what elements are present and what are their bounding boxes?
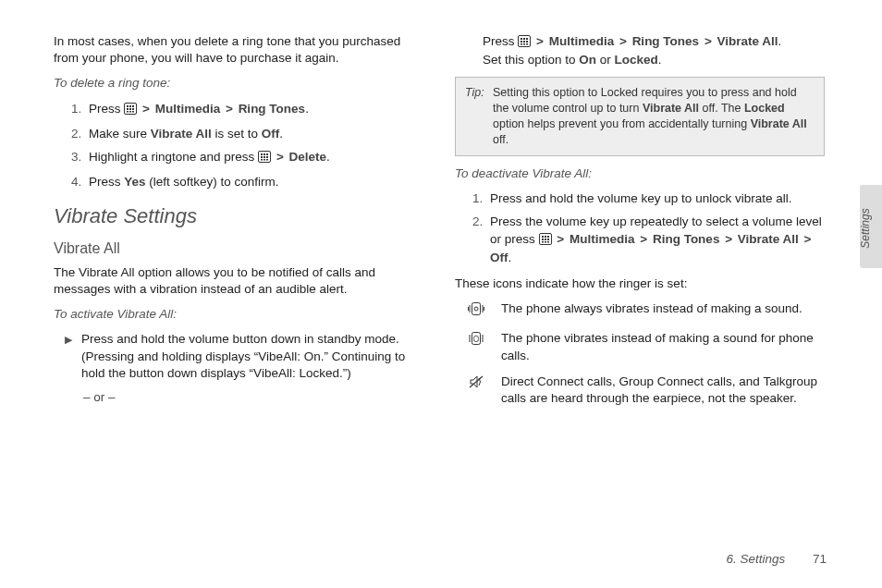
chevron-icon: >	[275, 150, 286, 164]
svg-rect-18	[263, 159, 265, 161]
text: Press	[89, 175, 124, 189]
press-path-line: Press > Multimedia > Ring Tones > Vibrat…	[483, 33, 825, 68]
text: off.	[493, 133, 508, 146]
bold-text: Ring Tones	[653, 232, 720, 246]
svg-rect-39	[547, 241, 549, 243]
text: .	[508, 251, 512, 264]
activate-label: To activate Vibrate All:	[54, 306, 423, 323]
icon-row-2: The phone vibrates instead of making a s…	[468, 330, 825, 363]
tip-text: Setting this option to Locked requires y…	[493, 85, 815, 148]
chevron-icon: >	[141, 102, 152, 116]
bold-text: Ring Tones	[239, 102, 306, 116]
delete-ringtone-label: To delete a ring tone:	[54, 75, 423, 92]
intro-paragraph: In most cases, when you delete a ring to…	[54, 33, 423, 67]
left-column: In most cases, when you delete a ring to…	[54, 33, 423, 416]
icon-table: The phone always vibrates instead of mak…	[468, 300, 825, 407]
svg-rect-15	[263, 156, 265, 158]
bold-text: Vibrate All	[738, 232, 799, 246]
bullet-item: ▶ Press and hold the volume button down …	[65, 331, 423, 382]
svg-rect-29	[526, 43, 528, 45]
bold-text: Ring Tones	[632, 34, 700, 48]
svg-rect-12	[263, 153, 265, 155]
svg-rect-5	[129, 108, 131, 110]
icon-desc-2: The phone vibrates instead of making a s…	[501, 330, 825, 363]
text: Set this option to	[483, 53, 579, 67]
chevron-icon: >	[618, 34, 629, 48]
delete-steps-list: Press > Multimedia > Ring Tones. Make su…	[85, 101, 423, 191]
bold-text: Vibrate All	[717, 34, 778, 48]
svg-rect-7	[127, 111, 129, 113]
chevron-icon: >	[802, 232, 814, 246]
svg-rect-6	[132, 108, 134, 110]
heading-vibrate-settings: Vibrate Settings	[54, 202, 423, 230]
svg-rect-23	[526, 38, 528, 40]
subheading-vibrate-all: Vibrate All	[54, 239, 423, 259]
two-column-layout: In most cases, when you delete a ring to…	[54, 33, 836, 416]
step-4: Press Yes (left softkey) to confirm.	[85, 174, 423, 190]
bold-text: Multimedia	[155, 102, 221, 116]
vibrate-always-icon	[468, 300, 501, 321]
text: Press	[483, 34, 518, 48]
vibrate-all-paragraph: The Vibrate All option allows you to be …	[54, 264, 423, 298]
chevron-icon: >	[703, 34, 714, 48]
svg-rect-19	[266, 159, 268, 161]
svg-rect-31	[542, 236, 544, 238]
bold-text: Off	[490, 251, 508, 264]
text: Make sure	[89, 127, 151, 141]
deactivate-steps-list: Press and hold the volume key up to unlo…	[486, 190, 825, 266]
svg-rect-33	[547, 236, 549, 238]
triangle-bullet-icon: ▶	[65, 331, 81, 382]
icon-desc-1: The phone always vibrates instead of mak…	[501, 300, 825, 321]
bold-text: Vibrate All	[151, 127, 212, 141]
page-number: 71	[813, 552, 827, 566]
bold-text: Delete	[289, 150, 327, 164]
icons-intro: These icons indicate how the ringer is s…	[455, 276, 825, 292]
bold-text: Locked	[615, 53, 658, 67]
svg-rect-16	[266, 156, 268, 158]
menu-icon	[124, 103, 137, 119]
step-2: Make sure Vibrate All is set to Off.	[85, 126, 423, 142]
chevron-icon: >	[555, 232, 566, 246]
text: or	[596, 53, 615, 67]
bold-text: Vibrate All	[643, 102, 699, 115]
svg-rect-35	[545, 239, 546, 240]
tip-label: Tip:	[465, 85, 493, 148]
text: .	[279, 127, 283, 141]
svg-rect-4	[127, 108, 129, 110]
svg-point-41	[474, 307, 478, 311]
svg-rect-2	[129, 105, 131, 107]
svg-rect-32	[545, 236, 546, 238]
svg-rect-17	[261, 159, 263, 161]
deactivate-label: To deactivate Vibrate All:	[455, 165, 825, 182]
svg-rect-13	[266, 153, 268, 155]
svg-rect-40	[472, 303, 481, 315]
text: Highlight a ringtone and press	[89, 150, 258, 164]
svg-rect-26	[526, 41, 528, 43]
vibrate-calls-icon	[468, 330, 501, 363]
svg-rect-36	[547, 239, 549, 240]
text: Press	[89, 102, 124, 116]
svg-rect-9	[132, 111, 134, 113]
text: .	[326, 150, 330, 164]
side-tab: Settings	[860, 185, 882, 268]
svg-rect-21	[521, 38, 522, 40]
tip-box: Tip: Setting this option to Locked requi…	[455, 77, 825, 156]
icon-row-1: The phone always vibrates instead of mak…	[468, 300, 825, 321]
side-tab-label: Settings	[859, 208, 872, 248]
chevron-icon: >	[723, 232, 734, 246]
deact-step-2: Press the volume key up repeatedly to se…	[486, 214, 825, 266]
text: option helps prevent you from accidental…	[493, 117, 751, 130]
menu-icon	[518, 35, 531, 52]
svg-rect-38	[545, 241, 546, 243]
page: In most cases, when you delete a ring to…	[0, 0, 882, 588]
menu-icon	[258, 151, 271, 167]
bold-text: Vibrate All	[751, 117, 807, 130]
svg-rect-28	[523, 43, 525, 45]
svg-rect-37	[542, 241, 544, 243]
chevron-icon: >	[534, 34, 545, 48]
footer-section: 6. Settings	[726, 552, 785, 566]
page-footer: 6. Settings 71	[726, 552, 827, 566]
or-divider: – or –	[83, 389, 423, 406]
svg-rect-3	[132, 105, 134, 107]
deact-step-1: Press and hold the volume key up to unlo…	[486, 190, 825, 207]
